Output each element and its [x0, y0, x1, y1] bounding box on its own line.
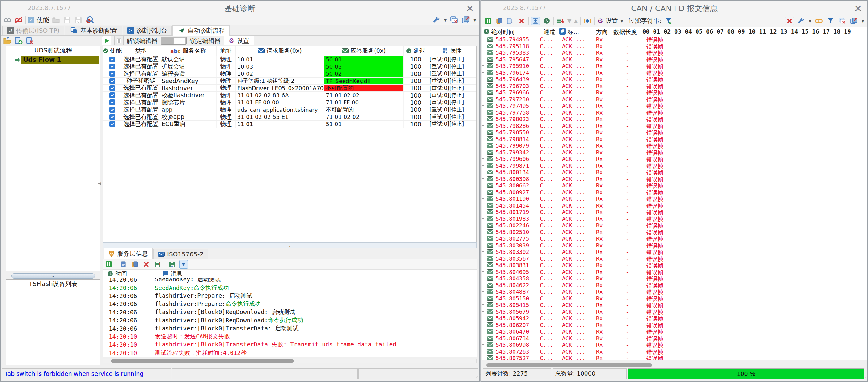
camera-icon[interactable] — [583, 17, 592, 25]
can-row[interactable]: 545.798814C...ACK ...Rx-错误帧 — [482, 135, 867, 142]
can-row[interactable]: 545.799871C...ACK ...Rx-错误帧 — [482, 162, 867, 169]
remove-file-icon[interactable] — [25, 36, 34, 45]
can-row[interactable]: 545.796174C...ACK ...Rx-错误帧 — [482, 69, 867, 76]
pause-icon[interactable] — [114, 36, 124, 45]
log-row[interactable]: 14:20:10flashdriver:[Block0]TransferData… — [102, 341, 477, 349]
save-down-icon[interactable] — [168, 260, 177, 269]
can-row[interactable]: 545.806470C...ACK ...Rx-错误帧 — [482, 328, 867, 335]
can-row[interactable]: 545.794855C...ACK ...Rx-错误帧 — [482, 36, 867, 43]
service-table-row[interactable]: 种子和密钥SeedAndKey物理种子等级:1 秘钥等级:2TP_SeednKe… — [103, 77, 476, 85]
service-col-header[interactable]: 延迟 — [404, 46, 428, 56]
enable-checkbox[interactable] — [110, 85, 115, 91]
service-table-row[interactable]: 选择已有配置扩展会话物理10 0350 03100[重试:0][停止] — [103, 63, 476, 70]
can-row[interactable]: 545.796439C...ACK ...Rx-错误帧 — [482, 76, 867, 83]
enable-checkbox[interactable] — [110, 121, 115, 127]
save-icon[interactable] — [63, 16, 71, 24]
triangle-down-icon[interactable]: ▼ — [567, 18, 571, 24]
can-row[interactable]: 545.798550C...ACK ...Rx-错误帧 — [482, 129, 867, 135]
add-file-icon[interactable] — [14, 36, 23, 45]
service-table-row[interactable]: 选择已有配置默认会话物理10 0150 01100[重试:0][停止] — [103, 56, 476, 63]
tab-transport-layer[interactable]: ⇄ 传输层(ISO TP) — [2, 26, 64, 35]
wrench-icon[interactable] — [432, 16, 441, 24]
service-col-header[interactable]: abc服务名称 — [160, 46, 217, 56]
chevron-down-icon[interactable]: ▼ — [473, 18, 476, 22]
close-icon[interactable]: × — [854, 2, 863, 14]
can-row[interactable]: 545.802775C...ACK ...Rx-错误帧 — [482, 235, 867, 242]
can-row[interactable]: 545.799606C...ACK ...Rx-错误帧 — [482, 155, 867, 162]
save-as-icon[interactable] — [74, 16, 83, 24]
enable-checkbox[interactable] — [110, 114, 115, 120]
table-horizontal-scrollbar[interactable]: ⌄ — [102, 243, 477, 248]
log-row[interactable]: 14:20:06flashdriver:[Block0]TransferData… — [102, 324, 477, 332]
tab-auto-diagnosis-flow[interactable]: 自动诊断流程 — [173, 25, 229, 35]
can-row[interactable]: 545.804887C...ACK ...Rx-错误帧 — [482, 288, 867, 295]
can-row[interactable]: 545.803831C...ACK ...Rx-错误帧 — [482, 261, 867, 268]
filter-dropdown-icon[interactable] — [179, 260, 188, 269]
enable-checkbox[interactable] — [110, 57, 115, 62]
close-icon[interactable]: × — [466, 2, 475, 14]
chevron-down-icon[interactable]: ▼ — [620, 19, 623, 23]
service-col-header[interactable]: 地址 — [217, 46, 236, 56]
log-row[interactable]: 14:20:06flashdriver:Prepare: 启动测试 — [102, 292, 477, 300]
log-row[interactable]: 14:20:06flashdriver:Prepare: 命令执行成功 — [102, 300, 477, 308]
settings-label[interactable]: 设置 — [606, 17, 618, 25]
can-row[interactable]: 545.805679C...ACK ...Rx-错误帧 — [482, 308, 867, 315]
wrench-icon[interactable] — [797, 17, 806, 25]
tab-diagnosis-console[interactable]: > 诊断控制台 — [123, 26, 172, 35]
pause-log-icon[interactable] — [104, 260, 113, 269]
log-row[interactable]: 14:20:06SeedAndKey: 启动测试 — [102, 278, 477, 284]
delete-icon[interactable] — [517, 17, 526, 25]
can-row[interactable]: 545.797495C...ACK ...Rx-错误帧 — [482, 102, 867, 109]
can-row[interactable]: 545.797758C...ACK ...Rx-错误帧 — [482, 109, 867, 116]
flow-settings-button[interactable]: ⚙ 设置 — [224, 36, 254, 45]
service-col-header[interactable]: 属性 — [428, 46, 476, 56]
unlink-icon[interactable] — [14, 16, 23, 24]
service-table-row[interactable]: 选择已有配置校验flashdriver物理31 01 02 02 83 6A71… — [103, 92, 476, 99]
collapse-panel-icon[interactable]: ◀ — [98, 181, 101, 186]
enable-checkbox[interactable] — [110, 107, 115, 113]
enable-checkbox[interactable] — [110, 78, 115, 84]
log-row[interactable]: 14:20:06SeedAndKey: 命令执行成功 — [102, 284, 477, 291]
can-row[interactable]: 545.799342C...ACK ...Rx-错误帧 — [482, 149, 867, 156]
can-horizontal-scrollbar[interactable] — [482, 362, 867, 367]
copy-icon[interactable] — [495, 17, 504, 25]
editor-lock-toggle[interactable] — [161, 37, 187, 45]
open-folder-icon[interactable] — [52, 16, 60, 24]
tab-iso15765-2[interactable]: ISO15765-2 — [153, 249, 208, 259]
can-row[interactable]: 545.800927C...ACK ...Rx-错误帧 — [482, 189, 867, 195]
can-row[interactable]: 545.795647C...ACK ...Rx-错误帧 — [482, 56, 867, 63]
log-row[interactable]: 14:20:10测试流程失败，消耗时间:4.012秒 — [102, 349, 477, 357]
play-icon[interactable] — [102, 36, 111, 45]
service-table-row[interactable]: 选择已有配置app物理uds_can_application.tsbinary不… — [103, 106, 476, 113]
can-row[interactable]: 545.807263C...ACK ...Rx-错误帧 — [482, 348, 867, 355]
export-icon[interactable] — [850, 17, 859, 25]
log-row[interactable]: 14:20:10发送超时：发送CAN报文失败 — [102, 332, 477, 341]
can-row[interactable]: 545.799079C...ACK ...Rx-错误帧 — [482, 142, 867, 149]
can-row[interactable]: 545.807527C...ACK ...Rx-错误帧 — [482, 354, 867, 360]
service-col-header[interactable]: 请求服务(0x) — [236, 46, 324, 56]
service-table-row[interactable]: 选择已有配置擦除芯片物理31 01 FF 00 0071 01 FF 00100… — [103, 99, 476, 106]
col-direction[interactable]: 方向 — [593, 28, 608, 36]
can-row[interactable]: 545.801454C...ACK ...Rx-错误帧 — [482, 202, 867, 209]
can-row[interactable]: 545.800662C...ACK ...Rx-错误帧 — [482, 182, 867, 189]
can-row[interactable]: 545.804095C...ACK ...Rx-错误帧 — [482, 268, 867, 275]
can-row[interactable]: 545.801719C...ACK ...Rx-错误帧 — [482, 209, 867, 215]
can-row[interactable]: 545.795910C...ACK ...Rx-错误帧 — [482, 62, 867, 69]
triangle-up-icon[interactable]: ▲ — [574, 18, 578, 24]
can-row[interactable]: 545.801983C...ACK ...Rx-错误帧 — [482, 215, 867, 222]
pause-icon[interactable] — [484, 17, 493, 25]
tab-basic-diagnosis-config[interactable]: 基本诊断配置 — [65, 26, 122, 35]
can-row[interactable]: 545.802510C...ACK ...Rx-错误帧 — [482, 228, 867, 235]
service-table-row[interactable]: 选择已有配置校验app物理31 01 02 02 55 E171 01 02 0… — [103, 113, 476, 121]
can-row[interactable]: 545.795383C...ACK ...Rx-错误帧 — [482, 49, 867, 56]
scroll-lock-icon[interactable] — [531, 17, 540, 25]
can-row[interactable]: 545.806998C...ACK ...Rx-错误帧 — [482, 341, 867, 348]
service-table-row[interactable]: 选择已有配置flashdriver物理FlashDriver_LE05_0x20… — [103, 85, 476, 92]
uds-flow-item[interactable]: Uds Flow 1 — [6, 56, 100, 64]
can-row[interactable]: 545.806734C...ACK ...Rx-错误帧 — [482, 335, 867, 342]
sidebar-splitter[interactable]: ⌄ — [6, 273, 100, 279]
can-row[interactable]: 545.802246C...ACK ...Rx-错误帧 — [482, 222, 867, 228]
tab-service-layer-info[interactable]: 服务层信息 — [104, 248, 153, 259]
can-row[interactable]: 545.800398C...ACK ...Rx-错误帧 — [482, 176, 867, 182]
can-row[interactable]: 545.803302C...ACK ...Rx-错误帧 — [482, 248, 867, 255]
